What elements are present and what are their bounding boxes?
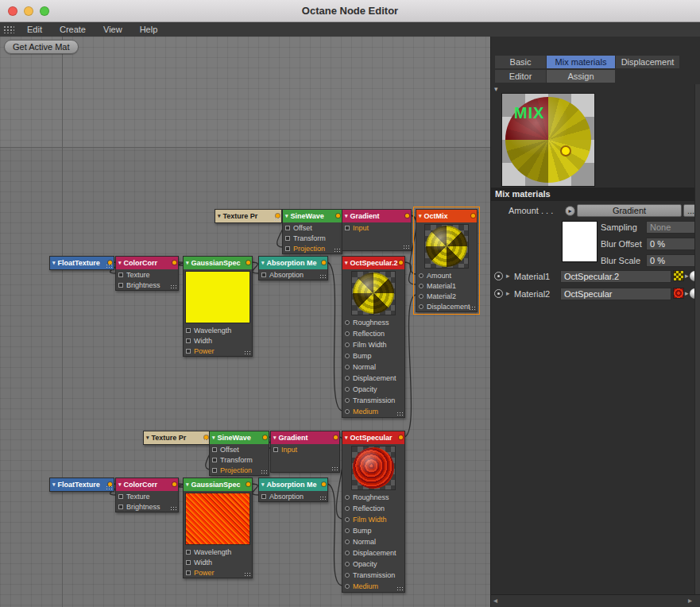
input-port-icon[interactable]: [118, 273, 123, 277]
port-displacement[interactable]: Displacement: [416, 301, 477, 311]
port-brightness[interactable]: Brightness: [116, 501, 178, 512]
resize-grip[interactable]: [403, 245, 409, 249]
node-header[interactable]: ▾GaussianSpec: [184, 257, 252, 269]
resize-grip[interactable]: [469, 306, 475, 311]
input-port-icon[interactable]: [345, 409, 350, 414]
port-absorption[interactable]: Absorption: [259, 491, 327, 501]
port-displacement[interactable]: Displacement: [342, 373, 404, 384]
node-header[interactable]: ▾Absorption Me: [259, 257, 327, 269]
amount-expand-button[interactable]: ▸: [565, 206, 575, 216]
node-gradient[interactable]: ▾GradientInput: [342, 209, 412, 251]
get-active-mat-button[interactable]: Get Active Mat: [4, 40, 79, 54]
port-film-width[interactable]: Film Width: [342, 514, 404, 525]
node-octspecular[interactable]: ▾OctSpecularRoughnessReflectionFilm Widt…: [342, 431, 405, 593]
node-header[interactable]: ▾FloatTexture: [50, 478, 114, 491]
tab-editor[interactable]: Editor: [495, 70, 546, 83]
port-reflection[interactable]: Reflection: [342, 503, 404, 514]
input-port-icon[interactable]: [345, 398, 350, 403]
port-material1[interactable]: Material1: [416, 280, 477, 291]
collapse-icon[interactable]: ▾: [52, 481, 56, 488]
input-port-icon[interactable]: [419, 273, 423, 278]
resize-grip[interactable]: [319, 274, 326, 279]
input-port-icon[interactable]: [345, 387, 350, 392]
input-port-icon[interactable]: [273, 447, 278, 452]
node-gaussianspec[interactable]: ▾GaussianSpecWavelengthWidthPower: [183, 477, 253, 578]
resize-grip[interactable]: [244, 572, 250, 577]
panel-vertical-scrollbar[interactable]: [694, 84, 700, 594]
resize-grip[interactable]: [273, 217, 280, 222]
collapse-icon[interactable]: ▾: [345, 260, 348, 266]
node-header[interactable]: ▾ColorCorr: [116, 478, 178, 491]
port-wavelength[interactable]: Wavelength: [184, 325, 252, 335]
port-normal[interactable]: Normal: [342, 361, 404, 373]
collapse-icon[interactable]: ▾: [419, 213, 422, 219]
collapse-icon[interactable]: ▾: [261, 260, 265, 266]
collapse-icon[interactable]: ▾: [186, 260, 189, 266]
port-width[interactable]: Width: [184, 557, 252, 567]
input-port-icon[interactable]: [186, 338, 191, 343]
node-header[interactable]: ▾SineWave: [210, 431, 269, 444]
port-transmission[interactable]: Transmission: [342, 570, 404, 581]
collapse-icon[interactable]: ▾: [118, 260, 122, 266]
port-material2[interactable]: Material2: [416, 291, 477, 301]
port-bump[interactable]: Bump: [342, 350, 404, 361]
port-width[interactable]: Width: [184, 335, 252, 346]
node-floattexture[interactable]: ▾FloatTexture: [49, 477, 114, 492]
node-gaussianspec[interactable]: ▾GaussianSpecWavelengthWidthPower: [183, 256, 253, 357]
output-port[interactable]: [399, 435, 403, 439]
input-port-icon[interactable]: [345, 320, 350, 325]
node-texture-pr[interactable]: ▾Texture Pr: [215, 209, 282, 223]
input-port-icon[interactable]: [186, 349, 191, 354]
node-absorption-me[interactable]: ▾Absorption MeAbsorption: [258, 477, 328, 502]
blur-offset-value[interactable]: 0 %: [646, 238, 698, 250]
port-roughness[interactable]: Roughness: [342, 492, 404, 503]
resize-grip[interactable]: [396, 586, 403, 591]
collapse-icon[interactable]: ▾: [285, 213, 288, 219]
collapse-icon[interactable]: ▾: [273, 435, 277, 441]
port-displacement[interactable]: Displacement: [342, 547, 404, 559]
input-port-icon[interactable]: [345, 539, 350, 544]
material1-value[interactable]: OctSpecular.2: [560, 270, 671, 283]
input-port-icon[interactable]: [285, 226, 290, 230]
input-port-icon[interactable]: [345, 517, 350, 522]
connection-wire[interactable]: [327, 484, 342, 586]
port-offset[interactable]: Offset: [210, 444, 269, 454]
resize-grip[interactable]: [334, 248, 340, 253]
port-opacity[interactable]: Opacity: [342, 384, 404, 395]
input-port-icon[interactable]: [345, 376, 350, 381]
resize-grip[interactable]: [170, 506, 176, 511]
input-port-icon[interactable]: [345, 331, 350, 336]
output-port[interactable]: [322, 261, 326, 265]
output-port[interactable]: [322, 482, 326, 486]
close-button[interactable]: [8, 6, 17, 16]
input-port-icon[interactable]: [419, 284, 423, 288]
input-port-icon[interactable]: [186, 570, 191, 575]
input-port-icon[interactable]: [345, 573, 350, 578]
node-sinewave[interactable]: ▾SineWaveOffsetTransformProjection: [282, 209, 342, 254]
input-port-icon[interactable]: [212, 447, 217, 452]
tab-mix-materials[interactable]: Mix materials: [547, 56, 615, 68]
resize-grip[interactable]: [106, 264, 112, 269]
node-graph-canvas[interactable]: ▾Texture Pr▾SineWaveOffsetTransformProje…: [0, 37, 490, 607]
node-colorcorr[interactable]: ▾ColorCorrTextureBrightness: [115, 477, 179, 512]
scroll-right-icon[interactable]: ▸: [688, 596, 692, 605]
input-port-icon[interactable]: [419, 304, 423, 309]
input-port-icon[interactable]: [212, 468, 217, 473]
port-input[interactable]: Input: [271, 444, 339, 454]
input-port-icon[interactable]: [345, 506, 350, 511]
port-transmission[interactable]: Transmission: [342, 395, 404, 406]
node-gradient[interactable]: ▾GradientInput: [270, 431, 340, 473]
port-wavelength[interactable]: Wavelength: [184, 547, 252, 557]
input-port-icon[interactable]: [345, 551, 350, 555]
scroll-left-icon[interactable]: ◂: [493, 596, 497, 605]
collapse-icon[interactable]: ▾: [146, 435, 149, 441]
material2-thumbnail[interactable]: [673, 288, 684, 299]
title-bar[interactable]: Octane Node Editor: [0, 0, 700, 22]
material2-radio[interactable]: [494, 289, 503, 298]
resize-grip[interactable]: [106, 485, 112, 490]
connection-wire[interactable]: [404, 295, 416, 437]
node-header[interactable]: ▾Gradient: [271, 431, 339, 444]
node-header[interactable]: ▾OctSpecular: [342, 431, 404, 444]
collapse-icon[interactable]: ▾: [118, 481, 122, 488]
node-header[interactable]: ▾Gradient: [342, 210, 411, 222]
